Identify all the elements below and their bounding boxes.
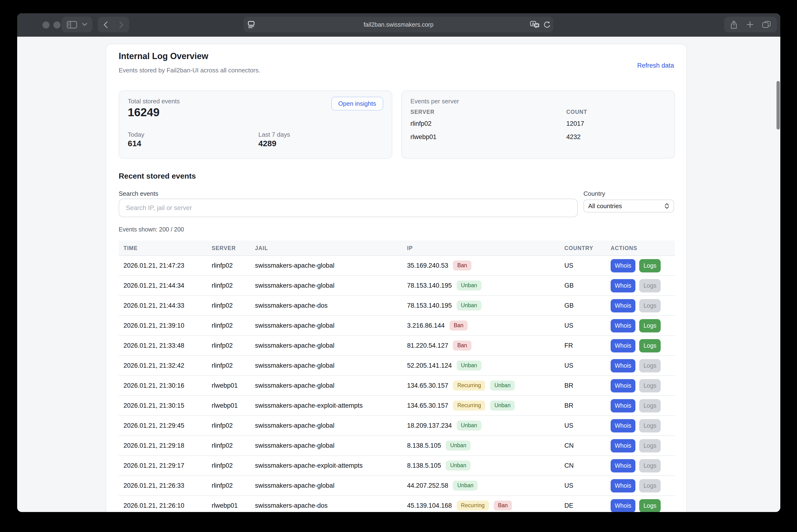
whois-button[interactable]: Whois [611, 359, 635, 372]
logs-button[interactable]: Logs [639, 459, 661, 472]
col-actions: ACTIONS [606, 245, 675, 251]
cell-actions: Whois Logs [606, 339, 675, 352]
whois-button[interactable]: Whois [611, 459, 635, 472]
close-button[interactable] [42, 21, 50, 28]
whois-button[interactable]: Whois [611, 319, 635, 332]
translate-icon[interactable]: A [530, 21, 540, 28]
recurring-badge: Recurring [453, 401, 486, 411]
whois-button[interactable]: Whois [611, 259, 635, 272]
cell-time: 2026.01.21, 21:44:34 [119, 282, 207, 289]
forward-button[interactable] [119, 21, 124, 28]
table-row: 2026.01.21, 21:44:33 rlinfp02 swissmaker… [119, 296, 675, 316]
cell-actions: Whois Logs [606, 479, 675, 492]
share-icon[interactable] [730, 20, 738, 29]
logs-button[interactable]: Logs [639, 299, 661, 312]
events-table-header: TIME SERVER JAIL IP COUNTRY ACTIONS [119, 241, 675, 256]
whois-button[interactable]: Whois [611, 299, 635, 312]
cell-ip: 8.138.5.105Unban [402, 441, 560, 451]
cell-actions: Whois Logs [606, 439, 675, 452]
cell-jail: swissmakers-apache-exploit-attempts [250, 462, 402, 469]
cell-jail: swissmakers-apache-global [250, 322, 402, 329]
cell-time: 2026.01.21, 21:29:45 [119, 422, 207, 429]
cell-actions: Whois Logs [606, 379, 675, 392]
cell-server: rlinfp02 [207, 482, 250, 489]
ip-value: 3.216.86.144 [407, 322, 445, 329]
chevron-down-icon [82, 23, 87, 26]
whois-button[interactable]: Whois [611, 379, 635, 392]
cell-server: rlinfp02 [207, 322, 250, 329]
cell-ip: 78.153.140.195Unban [402, 301, 560, 310]
logs-button[interactable]: Logs [639, 399, 661, 412]
cell-jail: swissmakers-apache-global [250, 342, 402, 349]
ip-value: 134.65.30.157 [407, 382, 448, 389]
whois-button[interactable]: Whois [611, 499, 635, 512]
cell-ip: 78.153.140.195Unban [402, 281, 560, 290]
cell-actions: Whois Logs [606, 259, 675, 272]
select-chevrons-icon [665, 203, 669, 209]
page-scrollbar[interactable] [777, 81, 780, 130]
cell-country: BR [560, 402, 606, 409]
sidebar-toggle-button[interactable] [61, 17, 92, 32]
whois-button[interactable]: Whois [611, 439, 635, 452]
logs-button[interactable]: Logs [639, 259, 661, 272]
cell-jail: swissmakers-apache-dos [250, 302, 402, 309]
cell-time: 2026.01.21, 21:30:15 [119, 402, 207, 409]
cell-ip: 18.209.137.234Unban [402, 421, 560, 431]
col-server: SERVER [207, 245, 250, 251]
logs-button[interactable]: Logs [639, 319, 661, 332]
minimize-button[interactable] [53, 21, 60, 28]
country-select-value: All countries [588, 203, 622, 210]
cell-actions: Whois Logs [606, 419, 675, 432]
country-select[interactable]: All countries [583, 200, 674, 212]
address-bar[interactable]: fail2ban.swissmakers.corp A [243, 17, 554, 32]
cell-actions: Whois Logs [606, 319, 675, 332]
logs-button[interactable]: Logs [639, 379, 661, 392]
whois-button[interactable]: Whois [611, 279, 635, 292]
search-input[interactable] [119, 198, 578, 217]
unban-badge: Unban [490, 381, 515, 391]
cell-country: US [560, 322, 606, 329]
page-icon[interactable] [248, 21, 255, 28]
ip-value: 81.220.54.127 [407, 342, 448, 349]
whois-button[interactable]: Whois [611, 339, 635, 352]
whois-button[interactable]: Whois [611, 399, 635, 412]
unban-badge: Unban [453, 481, 478, 491]
reload-icon[interactable] [543, 21, 550, 28]
cell-country: DE [560, 502, 606, 509]
cell-country: BR [560, 382, 606, 389]
ip-value: 78.153.140.195 [407, 302, 452, 309]
today-value: 614 [128, 139, 141, 149]
cell-ip: 134.65.30.157RecurringUnban [402, 401, 560, 411]
cell-server: rlinfp02 [207, 422, 250, 429]
logs-button[interactable]: Logs [639, 279, 661, 292]
search-events-label: Search events [119, 190, 158, 197]
logs-button[interactable]: Logs [639, 439, 661, 452]
table-row: 2026.01.21, 21:29:45 rlinfp02 swissmaker… [119, 416, 675, 436]
open-insights-button[interactable]: Open insights [331, 97, 383, 111]
whois-button[interactable]: Whois [611, 419, 635, 432]
table-row: 2026.01.21, 21:26:10 rlwebp01 swissmaker… [119, 496, 675, 512]
ip-value: 45.139.104.168 [407, 502, 452, 509]
logs-button[interactable]: Logs [639, 419, 661, 432]
logs-button[interactable]: Logs [639, 499, 661, 512]
events-table: TIME SERVER JAIL IP COUNTRY ACTIONS 2026… [119, 241, 675, 512]
server-name: rlwebp01 [411, 133, 437, 140]
cell-jail: swissmakers-apache-global [250, 362, 402, 369]
refresh-data-link[interactable]: Refresh data [637, 62, 674, 69]
tab-overview-icon[interactable] [762, 21, 771, 28]
logs-button[interactable]: Logs [639, 479, 661, 492]
cell-country: US [560, 482, 606, 489]
logs-button[interactable]: Logs [639, 339, 661, 352]
cell-actions: Whois Logs [606, 279, 675, 292]
cell-jail: swissmakers-apache-global [250, 442, 402, 449]
new-tab-icon[interactable] [746, 21, 754, 28]
cell-country: CN [560, 442, 606, 449]
sidebar-icon [67, 21, 77, 28]
logs-button[interactable]: Logs [639, 359, 661, 372]
server-count: 12017 [566, 120, 584, 127]
nav-button-group [98, 17, 129, 32]
whois-button[interactable]: Whois [611, 479, 635, 492]
cell-time: 2026.01.21, 21:32:42 [119, 362, 207, 369]
back-button[interactable] [104, 21, 108, 28]
table-row: 2026.01.21, 21:33:48 rlinfp02 swissmaker… [119, 336, 675, 356]
